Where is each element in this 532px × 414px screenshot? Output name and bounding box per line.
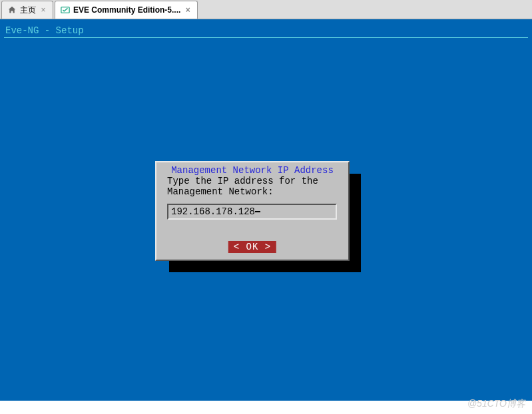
home-icon xyxy=(7,5,17,15)
tab-bar: 主页 × EVE Community Edition-5.... × xyxy=(0,0,532,19)
tab-home[interactable]: 主页 × xyxy=(1,1,53,19)
tab-eve-community[interactable]: EVE Community Edition-5.... × xyxy=(55,1,198,19)
terminal-title: Eve-NG - Setup xyxy=(5,25,84,36)
dialog-body-line1: Type the IP address for the xyxy=(167,176,338,186)
dialog-body: Type the IP address for the Management N… xyxy=(167,176,338,197)
close-icon[interactable]: × xyxy=(39,6,47,14)
tab-home-label: 主页 xyxy=(20,5,36,16)
dialog-title: Management Network IP Address xyxy=(168,165,336,176)
tab-active-label: EVE Community Edition-5.... xyxy=(73,5,180,15)
vm-icon xyxy=(61,5,70,15)
terminal-divider xyxy=(4,37,528,38)
ok-button[interactable]: < OK > xyxy=(228,241,276,253)
dialog-body-line2: Management Network: xyxy=(167,186,338,197)
terminal-screen: Eve-NG - Setup Management Network IP Add… xyxy=(0,19,532,401)
text-cursor xyxy=(255,211,260,212)
close-icon[interactable]: × xyxy=(184,6,192,14)
ip-address-dialog: Management Network IP Address Type the I… xyxy=(155,161,350,261)
watermark: @51CTO博客 xyxy=(467,398,525,410)
ip-address-input[interactable]: 192.168.178.128 xyxy=(167,204,337,220)
ip-address-value: 192.168.178.128 xyxy=(171,206,255,217)
